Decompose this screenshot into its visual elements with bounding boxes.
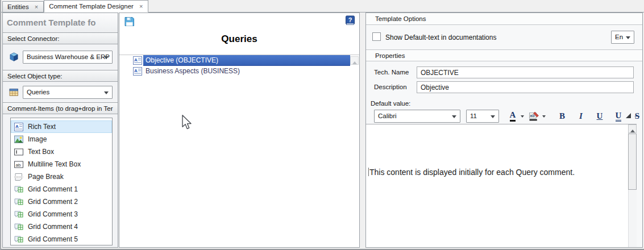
list-item-image[interactable]: Image [11,133,112,145]
default-value-label: Default value: [371,100,642,107]
font-color-button[interactable]: A [507,110,518,123]
list-item-rich-text[interactable]: A Rich Text [11,120,112,133]
list-item-grid-comment-3[interactable]: Grid Comment 3 [11,208,112,220]
font-name-dropdown[interactable]: Calibri [374,110,460,123]
language-dropdown[interactable]: En [611,31,634,44]
comment-items-header: Comment-Items (to drag+drop in Ter [3,102,118,114]
help-icon[interactable]: ? [344,15,356,26]
list-item-label: Multiline Text Box [28,160,81,168]
tech-name-row: Tech. Name [366,66,642,81]
list-item-label: Grid Comment 2 [28,198,78,206]
list-item-label: Image [28,135,47,143]
tab-entities[interactable]: Entities × [2,1,44,12]
svg-text:ab: ab [16,162,21,167]
list-item-label: Grid Comment 1 [28,185,78,193]
strikethrough-button[interactable]: S [631,110,643,123]
svg-text:A: A [134,68,138,73]
query-row-objective[interactable]: A Objective (OBJECTIVE) [119,55,359,66]
comment-template-designer-window: Entities × Comment Template Designer × C… [0,0,644,250]
show-default-text-checkbox[interactable] [372,32,381,41]
italic-icon: I [579,111,583,121]
object-type-row: Queries [3,82,118,102]
connector-cube-icon [9,52,19,62]
query-row-label: Objective (OBJECTIVE) [143,55,350,66]
left-sidebar: Comment Template fo Select Connector: Bu… [2,13,118,248]
underline-button[interactable]: U [594,110,605,123]
queries-panel: ? Queries A Objective (OBJECTIVE) A [119,13,360,248]
rich-text-icon: A [133,67,142,76]
queries-list: A Objective (OBJECTIVE) A Business Aspec… [119,55,359,247]
left-panel-title: Comment Template fo [3,13,118,32]
description-row: Description [366,81,642,96]
grid-comment-icon [14,198,23,206]
underline-icon: U [597,111,603,121]
multiline-text-box-icon: ab [14,160,23,169]
font-size-value: 11 [470,113,477,119]
text-box-icon [14,148,23,156]
query-row-business-aspects[interactable]: A Business Aspects (BUSINESS) [119,66,359,77]
connector-dropdown-value: Business Warehouse & ERP [27,53,110,60]
list-item-grid-comment-2[interactable]: Grid Comment 2 [11,195,112,208]
query-row-label: Business Aspects (BUSINESS) [143,66,350,77]
select-connector-header: Select Connector: [3,32,118,44]
select-object-type-header: Select Object type: [3,70,118,82]
grid-comment-icon [14,185,23,194]
template-options-panel: Template Options Show Default-text in do… [365,13,643,248]
list-item-label: Page Break [28,173,64,181]
svg-text:A: A [15,123,19,128]
list-item-grid-comment-5[interactable]: Grid Comment 5 [11,233,112,245]
tab-bar: Entities × Comment Template Designer × [1,0,644,13]
list-item-text-box[interactable]: Text Box [11,145,112,158]
properties-form: Tech. Name Description [366,61,642,96]
highlight-button[interactable]: ab [529,110,540,123]
object-type-table-icon [9,88,19,97]
list-item-grid-comment-4[interactable]: Grid Comment 4 [11,220,112,233]
list-item-multiline-text-box[interactable]: ab Multiline Text Box [11,158,112,170]
font-color-icon: A [510,111,516,122]
close-icon[interactable]: × [139,3,143,10]
list-item-label: Text Box [28,148,54,156]
list-item-label: Rich Text [28,123,56,131]
connector-dropdown[interactable]: Business Warehouse & ERP [23,51,113,64]
image-icon [14,135,23,144]
language-dropdown-value: En [615,34,623,40]
description-label: Description [374,84,407,90]
tab-ctd-label: Comment Template Designer [49,3,134,10]
list-item-page-break[interactable]: Page Break [11,170,112,183]
bold-button[interactable]: B [556,110,568,123]
properties-header: Properties [366,49,642,61]
list-item-grid-comment-1[interactable]: Grid Comment 1 [11,183,112,195]
svg-text:A: A [134,57,138,63]
toolbar-expand-grip[interactable] [626,113,631,118]
object-type-dropdown[interactable]: Queries [23,86,113,99]
default-value-editor[interactable]: This content is displayed initially for … [366,124,637,247]
double-underline-button[interactable]: U [613,110,624,123]
scroll-up-button[interactable] [628,124,637,133]
tab-comment-template-designer[interactable]: Comment Template Designer × [44,0,148,13]
scrollbar-thumb[interactable] [628,134,637,190]
queries-heading: Queries [119,29,359,55]
double-underline-icon: U [616,111,622,122]
strikethrough-icon: S [635,111,639,121]
template-options-header: Template Options [366,13,642,25]
description-field[interactable] [417,81,634,93]
tab-entities-label: Entities [7,3,29,10]
rich-text-icon: A [133,56,142,65]
page-break-icon [14,173,23,181]
chevron-down-icon[interactable] [542,115,546,119]
scroll-up-button[interactable] [350,56,359,65]
close-icon[interactable]: × [34,4,39,10]
editor-scrollbar[interactable] [628,124,637,247]
editor-text: This content is displayed initially for … [368,168,575,177]
tech-name-field[interactable] [417,66,634,78]
list-item-label: Grid Comment 3 [28,210,78,218]
italic-button[interactable]: I [575,110,587,123]
list-item-label: Grid Comment 5 [28,235,78,243]
font-size-dropdown[interactable]: 11 [466,110,499,123]
chevron-down-icon[interactable] [521,115,524,119]
save-icon[interactable] [124,16,135,27]
grid-comment-icon [14,235,23,244]
svg-text:?: ? [348,16,352,23]
font-toolbar: Calibri 11 A ab [374,109,642,124]
text-caret [368,168,369,176]
